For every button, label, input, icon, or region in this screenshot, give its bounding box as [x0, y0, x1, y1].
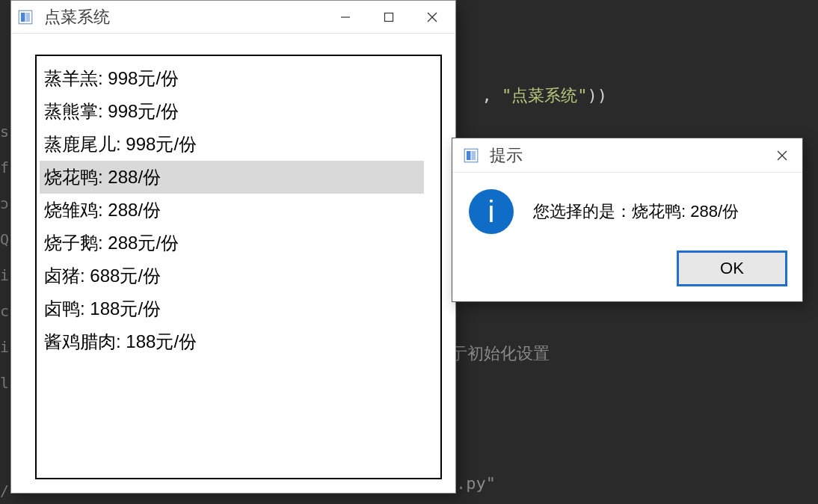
list-item[interactable]: 烧花鸭: 288/份 [40, 161, 424, 194]
svg-rect-2 [26, 12, 31, 21]
info-dialog: 提示 i 您选择的是：烧花鸭: 288/份 OK [452, 138, 803, 302]
svg-rect-8 [467, 150, 471, 159]
info-icon: i [469, 189, 514, 234]
dialog-message: 您选择的是：烧花鸭: 288/份 [533, 200, 739, 224]
svg-rect-9 [472, 150, 476, 159]
dialog-close-button[interactable] [763, 139, 801, 172]
list-item[interactable]: 卤猪: 688元/份 [40, 259, 440, 292]
list-item[interactable]: 蒸鹿尾儿: 998元/份 [40, 128, 440, 161]
list-item[interactable]: 烧子鹅: 288元/份 [40, 227, 440, 259]
main-window-title: 点菜系统 [44, 6, 110, 28]
dialog-body: i 您选择的是：烧花鸭: 288/份 [452, 173, 802, 248]
svg-rect-7 [464, 149, 478, 162]
bg-code-punct: , [482, 86, 502, 105]
dialog-titlebar[interactable]: 提示 [452, 138, 802, 173]
maximize-button[interactable] [367, 1, 410, 34]
list-item[interactable]: 烧雏鸡: 288/份 [40, 194, 440, 227]
dialog-button-row: OK [452, 248, 802, 301]
list-item[interactable]: 酱鸡腊肉: 188元/份 [40, 325, 440, 358]
app-icon [17, 9, 34, 25]
main-titlebar[interactable]: 点菜系统 [11, 1, 455, 34]
svg-rect-0 [19, 10, 32, 24]
close-button[interactable] [410, 1, 454, 34]
dialog-title: 提示 [490, 144, 523, 167]
menu-listbox[interactable]: 蒸羊羔: 998元/份蒸熊掌: 998元/份蒸鹿尾儿: 998元/份烧花鸭: 2… [35, 55, 442, 479]
svg-rect-1 [21, 12, 25, 21]
ok-button[interactable]: OK [677, 251, 787, 286]
list-item[interactable]: 蒸熊掌: 998元/份 [40, 95, 440, 128]
bg-code-line-1: , "点菜系统")) [462, 66, 607, 107]
ordering-system-window: 点菜系统 蒸羊羔: 998元/份蒸熊掌: 998元/份蒸鹿尾儿: 998元/份烧… [10, 0, 456, 494]
svg-rect-4 [385, 13, 393, 21]
bg-code-punct: )) [588, 86, 608, 105]
app-icon [463, 147, 479, 164]
bg-code-line-2: 亍初始化设置 [451, 342, 550, 365]
listbox-container: 蒸羊羔: 998元/份蒸熊掌: 998元/份蒸鹿尾儿: 998元/份烧花鸭: 2… [11, 34, 455, 493]
list-item[interactable]: 蒸羊羔: 998元/份 [40, 62, 440, 95]
minimize-button[interactable] [324, 1, 367, 34]
list-item[interactable]: 卤鸭: 188元/份 [40, 292, 440, 325]
bg-code-line-3: .py" [456, 474, 496, 493]
bg-code-string: "点菜系统" [502, 86, 588, 105]
